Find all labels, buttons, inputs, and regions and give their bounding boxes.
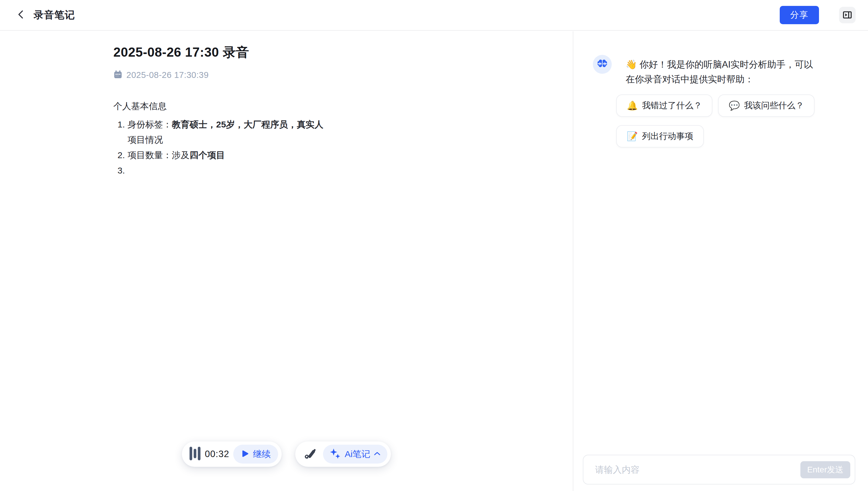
ai-chat-panel: 👋 你好！我是你的听脑AI实时分析助手，可以在你录音对话中提供实时帮助： 🔔 我… (573, 31, 868, 491)
brain-icon (596, 58, 609, 71)
note-section-heading: 个人基本信息 (113, 98, 462, 114)
continue-label: 继续 (253, 448, 271, 460)
note-panel: 2025-08-26 17:30 录音 (0, 31, 573, 491)
speech-balloon-icon: 💬 (729, 101, 739, 110)
toggle-sidebar-button[interactable] (839, 7, 856, 23)
list-item: 1. 身份标签：教育硕士，25岁，大厂程序员，真实人项目情况 (117, 117, 462, 148)
ai-notes-label: Ai笔记 (344, 448, 370, 460)
note-list: 1. 身份标签：教育硕士，25岁，大厂程序员，真实人项目情况 2. 项目数量：涉… (117, 117, 462, 178)
chip-list-action-items[interactable]: 📝 列出行动事项 (616, 125, 704, 148)
chevron-up-icon (373, 451, 381, 457)
panel-layout-icon (842, 9, 852, 21)
note-date-row: 2025-08-26 17:30:39 (113, 70, 462, 80)
list-number: 3. (117, 163, 128, 178)
chat-input-box: Enter发送 (583, 455, 855, 485)
list-item-text: 身份标签：教育硕士，25岁，大厂程序员，真实人项目情况 (128, 117, 462, 148)
continue-recording-button[interactable]: 继续 (233, 445, 278, 464)
sparkles-icon (330, 448, 341, 461)
app-window: 录音笔记 分享 2025-08-26 17:30 录音 (0, 0, 868, 491)
ai-notes-button[interactable]: Ai笔记 (323, 445, 387, 464)
recording-time: 00:32 (205, 449, 229, 459)
memo-icon: 📝 (627, 132, 638, 141)
note-timestamp: 2025-08-26 17:30:39 (127, 70, 209, 80)
ai-welcome-message: 👋 你好！我是你的听脑AI实时分析助手，可以在你录音对话中提供实时帮助： (625, 57, 817, 87)
chevron-left-icon (16, 9, 26, 21)
back-button[interactable] (13, 7, 30, 23)
list-item: 2. 项目数量：涉及四个项目 (117, 148, 462, 163)
share-button[interactable]: 分享 (780, 6, 819, 24)
audio-bars-icon (190, 446, 201, 462)
recording-pill: 00:32 继续 (182, 441, 282, 467)
list-number: 2. (117, 148, 128, 163)
pen-icon (304, 447, 317, 461)
handwriting-button[interactable] (303, 446, 318, 462)
ai-tools-pill: Ai笔记 (295, 441, 391, 467)
list-item: 3. (117, 163, 462, 178)
chip-what-did-i-miss[interactable]: 🔔 我错过了什么？ (616, 94, 712, 117)
send-button[interactable]: Enter发送 (801, 461, 850, 478)
list-number: 1. (117, 117, 128, 148)
page-title: 录音笔记 (34, 8, 75, 22)
list-item-text (128, 163, 462, 178)
play-icon (241, 450, 249, 459)
bell-icon: 🔔 (627, 101, 638, 110)
top-bar: 录音笔记 分享 (0, 0, 868, 31)
ai-avatar (593, 55, 612, 74)
recording-toolbar: 00:32 继续 (0, 441, 573, 467)
suggestion-chips: 🔔 我错过了什么？ 💬 我该问些什么？ 📝 列出行动事项 (616, 94, 820, 148)
note-title: 2025-08-26 17:30 录音 (113, 44, 462, 61)
calendar-icon (113, 70, 122, 80)
chip-what-should-i-ask[interactable]: 💬 我该问些什么？ (718, 94, 814, 117)
list-item-text: 项目数量：涉及四个项目 (128, 148, 462, 163)
note-body: 个人基本信息 1. 身份标签：教育硕士，25岁，大厂程序员，真实人项目情况 2.… (113, 98, 462, 178)
